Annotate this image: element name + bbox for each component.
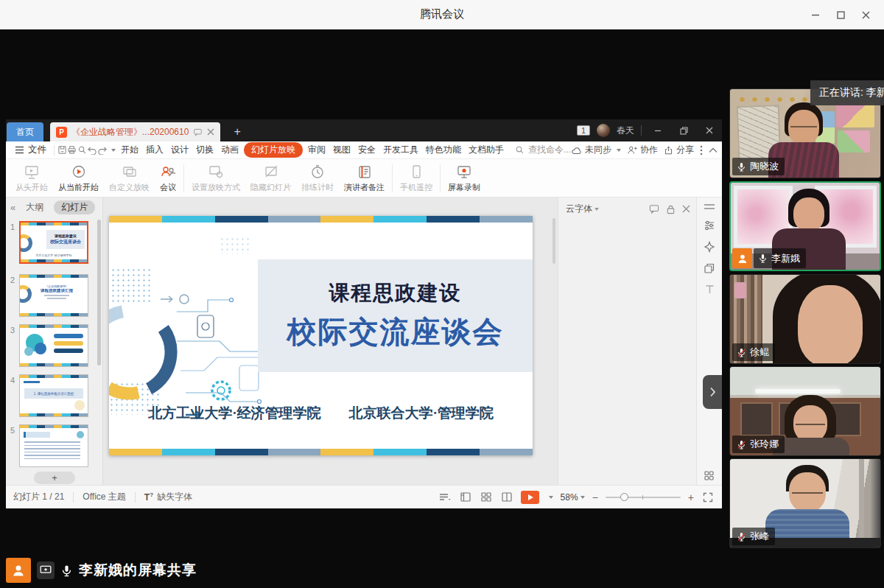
present-screen-icon [24,164,40,180]
slide-thumbnail-5[interactable] [19,424,88,467]
play-options-caret-icon[interactable] [549,496,553,499]
hamburger-icon [15,146,24,154]
slide-thumbnail-panel: « 大纲 幻灯片 1 课程思政建设 校际交流座谈会 北方工业大学·经济管理学院 [6,197,103,485]
menu-item-special-features[interactable]: 特色功能 [422,142,465,158]
participant-tile-lixine[interactable]: 李新娥 [729,181,881,271]
menu-item-slideshow-active[interactable]: 幻灯片放映 [244,142,303,158]
menu-item-transition[interactable]: 切换 [192,142,217,158]
participant-tile-zhanglingna[interactable]: 张玲娜 [729,366,881,456]
wps-document-tab[interactable]: P 《企业战略管理》...20200610 [50,122,220,141]
menu-item-view[interactable]: 视图 [329,142,354,158]
ribbon-label: 会议 [160,182,176,193]
text-tool-icon[interactable] [704,284,715,295]
reading-view-icon[interactable] [500,491,513,504]
switch-panel-icon[interactable] [704,262,715,274]
print-icon[interactable] [67,143,77,158]
notification-badge[interactable]: 1 [577,125,590,136]
cloud-font-dropdown[interactable]: 云字体 [566,203,599,215]
slide-thumbnail-1[interactable]: 课程思政建设 校际交流座谈会 北方工业大学·经济管理学院 [19,221,88,264]
tab-outline[interactable]: 大纲 [21,200,48,214]
wps-restore-button[interactable] [674,119,693,141]
ribbon-setup-show[interactable]: 设置放映方式 [186,161,245,196]
meeting-titlebar: 腾讯会议 [0,0,884,29]
menu-item-design[interactable]: 设计 [167,142,192,158]
zoom-in-button[interactable]: + [688,491,694,503]
zoom-slider-tick [642,495,643,500]
close-button[interactable] [853,0,878,29]
wps-close-button[interactable] [700,119,719,141]
ribbon-hide-slide[interactable]: 隐藏幻灯片 [245,161,296,196]
play-slideshow-button[interactable] [521,491,539,504]
redo-icon[interactable] [97,143,108,158]
ribbon-phone-remote[interactable]: 手机遥控 [395,161,438,196]
slide-color-bar [109,216,533,223]
zoom-level-dropdown[interactable]: 58% [561,492,585,503]
print-preview-icon[interactable] [77,143,86,158]
meeting-title: 腾讯会议 [420,7,464,21]
participant-tile-zhangfeng[interactable]: 张峰 [729,458,881,548]
menu-item-insert[interactable]: 插入 [142,142,167,158]
cloud-sync-icon [571,146,582,155]
fit-to-window-icon[interactable] [701,491,715,504]
missing-font-button[interactable]: T? 缺失字体 [144,491,192,503]
thumbnail-row: 4 1. 课程思政的教学设计思想 [6,374,103,417]
new-tab-button[interactable]: + [229,122,245,141]
slide-thumbnail-3[interactable] [19,324,88,367]
smart-beautify-icon[interactable] [704,241,715,253]
zoom-slider[interactable] [606,497,681,498]
slide-sorter-icon[interactable] [480,491,493,504]
ribbon-rehearse-timing[interactable]: 排练计时 [296,161,339,196]
command-search[interactable]: 查找命令... [515,144,571,156]
panel-scrollbar[interactable] [97,220,101,365]
theme-label[interactable]: Office 主题 [83,491,125,503]
participant-tile-xukun[interactable]: 徐鲲 [729,274,881,364]
tab-slides[interactable]: 幻灯片 [54,200,95,214]
pane-lock-icon[interactable] [666,204,676,214]
pane-close-icon[interactable] [682,205,690,213]
menu-item-devtools[interactable]: 开发工具 [379,142,422,158]
slide-thumbnail-2[interactable]: 《企业战略管理》 课程思政建设汇报 [19,274,88,317]
file-menu[interactable]: 文件 [10,144,51,156]
ribbon-label: 设置放映方式 [192,182,240,193]
more-menu-icon[interactable] [700,145,703,155]
share-button[interactable]: 分享 [664,144,694,156]
ribbon-meeting[interactable]: 会议 [155,161,181,196]
apps-grid-icon[interactable] [704,470,715,481]
menu-item-doc-assistant[interactable]: 文档助手 [465,142,508,158]
minimize-button[interactable] [803,0,828,29]
pane-grip-icon[interactable] [704,203,715,210]
add-slide-button[interactable]: + [34,472,75,484]
slide-area-scrollbar[interactable] [552,218,555,264]
menu-item-review[interactable]: 审阅 [304,142,329,158]
menu-item-animation[interactable]: 动画 [217,142,242,158]
slide-thumbnail-4[interactable]: 1. 课程思政的教学设计思想 [19,374,88,417]
more-commands-caret-icon[interactable] [108,143,117,158]
ribbon-presenter-notes[interactable]: 演讲者备注 [339,161,390,196]
notes-toggle-icon[interactable] [438,491,452,504]
collapse-panel-icon[interactable]: « [10,202,15,213]
expand-panel-chevron-button[interactable] [703,375,722,409]
menu-item-security[interactable]: 安全 [354,142,379,158]
wps-minimize-button[interactable] [648,119,667,141]
maximize-button[interactable] [828,0,853,29]
collapse-ribbon-icon[interactable] [709,147,718,153]
user-avatar[interactable] [597,124,610,137]
ribbon-screen-record[interactable]: 屏幕录制 [443,161,485,196]
pane-comment-icon[interactable] [649,204,659,214]
normal-view-icon[interactable] [459,491,472,504]
wps-home-tab[interactable]: 首页 [7,122,43,141]
zoom-slider-handle[interactable] [620,493,628,501]
tab-close-icon[interactable] [207,128,214,136]
sync-status-button[interactable]: 未同步 [571,144,621,156]
ribbon-from-beginning[interactable]: 从头开始 [10,161,53,196]
presenter-notes-icon [357,164,373,180]
object-properties-icon[interactable] [704,220,715,231]
undo-icon[interactable] [87,143,97,158]
ribbon-from-current[interactable]: 从当前开始 [53,161,104,196]
zoom-out-button[interactable]: − [592,491,598,503]
menu-item-start[interactable]: 开始 [117,142,142,158]
ribbon-custom-show[interactable]: 自定义放映 [104,161,155,196]
collaborate-button[interactable]: 协作 [627,144,658,156]
save-icon[interactable] [57,143,67,158]
slide-canvas[interactable]: 课程思政建设 校际交流座谈会 北方工业大学·经济管理学院 北京联合大学·管理学院 [109,216,533,455]
